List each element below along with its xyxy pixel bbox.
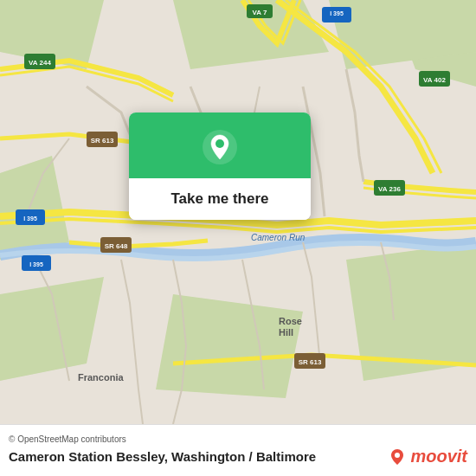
svg-text:Rose: Rose	[279, 316, 302, 326]
moovit-text: moovit	[410, 447, 467, 466]
moovit-pin-icon	[388, 447, 407, 466]
svg-text:Cameron Run: Cameron Run	[251, 233, 306, 242]
location-pin-icon	[201, 128, 239, 166]
svg-text:VA 7: VA 7	[253, 9, 267, 16]
svg-text:I 395: I 395	[330, 10, 344, 16]
location-title: Cameron Station Bessley, Washington / Ba…	[9, 449, 316, 464]
svg-text:SR 613: SR 613	[91, 137, 114, 145]
svg-text:Franconia: Franconia	[78, 372, 124, 383]
svg-text:Hill: Hill	[279, 327, 293, 338]
moovit-logo: moovit	[388, 447, 467, 466]
footer: © OpenStreetMap contributors Cameron Sta…	[0, 424, 476, 476]
map-container: VA 244 VA 7 I 395 VA 402 SR 613 I 395 SR…	[0, 0, 476, 424]
svg-text:SR 648: SR 648	[105, 242, 128, 250]
take-me-there-button[interactable]: Take me there	[129, 178, 311, 220]
svg-text:I 395: I 395	[29, 261, 43, 267]
popup-header	[129, 113, 311, 178]
svg-marker-6	[156, 294, 303, 398]
svg-point-34	[215, 139, 224, 148]
svg-text:VA 402: VA 402	[423, 76, 446, 84]
attribution: © OpenStreetMap contributors	[9, 434, 467, 444]
svg-text:I 395: I 395	[23, 215, 37, 222]
svg-text:VA 244: VA 244	[29, 59, 51, 67]
popup-card: Take me there	[129, 113, 311, 220]
footer-bottom: Cameron Station Bessley, Washington / Ba…	[9, 447, 467, 466]
svg-point-35	[395, 453, 400, 458]
svg-text:SR 613: SR 613	[299, 358, 322, 366]
svg-text:VA 236: VA 236	[378, 185, 401, 193]
